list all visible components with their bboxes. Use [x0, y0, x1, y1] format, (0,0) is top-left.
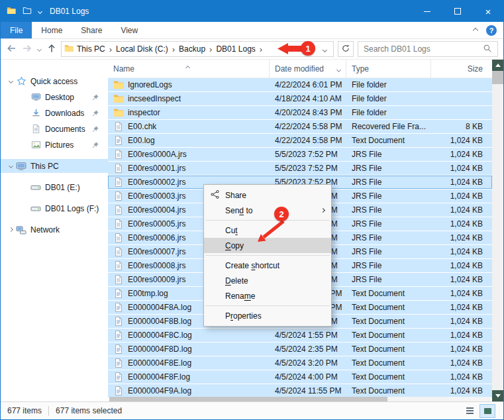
qat-folder-icon[interactable]	[23, 6, 32, 17]
address-dropdown-chevron-icon[interactable]	[323, 48, 327, 52]
forward-button[interactable]	[22, 43, 32, 56]
horizontal-scrollbar-thumb[interactable]	[109, 397, 387, 401]
breadcrumb-segment[interactable]: This PC	[74, 44, 109, 54]
file-size: 1,024 KB	[431, 164, 492, 173]
file-row[interactable]: incseedInspect4/18/2024 4:10 AMFile fold…	[108, 92, 492, 105]
file-row[interactable]: E00res0000A.jrs5/5/2023 7:52 PMJRS File1…	[108, 148, 492, 161]
address-bar: This PC›Local Disk (C:)›Backup›DB01 Logs…	[1, 39, 503, 60]
vertical-scrollbar[interactable]	[492, 60, 503, 401]
tab-file[interactable]: File	[1, 22, 32, 38]
menu-item-delete[interactable]: Delete	[204, 273, 331, 288]
tab-home[interactable]: Home	[32, 22, 72, 38]
file-row[interactable]: E0000004F8F.log4/5/2024 4:00 PMText Docu…	[108, 370, 492, 384]
file-row[interactable]: E00.chk4/22/2024 5:58 PMRecovered File F…	[108, 120, 492, 133]
file-name-cell: E00.log	[108, 135, 270, 146]
file-row[interactable]: IgnoredLogs4/22/2024 6:01 PMFile folder	[108, 78, 492, 91]
downloads-icon	[30, 108, 42, 118]
column-header-type[interactable]: Type	[346, 60, 431, 78]
sidebar-item-this-pc[interactable]: This PC	[1, 159, 108, 173]
menu-separator	[205, 305, 330, 306]
horizontal-scrollbar[interactable]	[109, 397, 491, 401]
file-row[interactable]: inspector4/20/2024 8:43 PMFile folder	[108, 106, 492, 119]
minimize-button[interactable]	[412, 1, 442, 22]
menu-item-rename[interactable]: Rename	[204, 288, 331, 303]
recent-locations-chevron-icon[interactable]	[37, 46, 42, 51]
column-header-label: Date modified	[275, 64, 324, 74]
minimize-icon	[424, 11, 430, 12]
sidebar-item-desktop[interactable]: Desktop	[1, 90, 108, 104]
maximize-button[interactable]	[442, 1, 473, 22]
menu-separator	[205, 220, 330, 221]
text-file-icon	[113, 316, 124, 327]
scroll-down-button[interactable]	[492, 390, 503, 401]
sidebar-item-label: This PC	[30, 162, 59, 171]
menu-item-label: Share	[225, 191, 246, 200]
file-row[interactable]: E0000004F8C.log4/5/2024 1:55 PMText Docu…	[108, 329, 492, 342]
sidebar-item-db01-logs-f[interactable]: DB01 Logs (F:)	[1, 201, 108, 215]
search-input[interactable]	[364, 44, 483, 54]
search-box[interactable]	[358, 41, 498, 57]
sidebar-item-network[interactable]: Network	[1, 223, 108, 236]
vertical-scrollbar-track[interactable]	[492, 71, 503, 390]
ribbon-collapse-chevron-icon[interactable]	[473, 27, 478, 32]
back-button[interactable]	[6, 43, 17, 56]
file-name: E00res00002.jrs	[128, 178, 185, 187]
file-row[interactable]: E0000004F9A.log4/5/2024 11:55 PMText Doc…	[108, 384, 492, 397]
breadcrumb-segment[interactable]: Local Disk (C:)	[113, 44, 172, 54]
file-size: 1,024 KB	[431, 233, 492, 242]
vertical-scrollbar-thumb[interactable]	[492, 71, 503, 84]
menu-item-properties[interactable]: Properties	[204, 308, 331, 323]
menu-item-send-to[interactable]: Send to	[204, 203, 331, 218]
file-date: 5/5/2023 7:52 PM	[270, 150, 346, 159]
scroll-up-icon	[495, 64, 501, 67]
tab-share[interactable]: Share	[72, 22, 111, 38]
file-type: JRS File	[346, 150, 431, 159]
file-row[interactable]: E0000004F8D.log4/5/2024 2:35 PMText Docu…	[108, 342, 492, 356]
menu-item-share[interactable]: Share	[204, 187, 331, 203]
breadcrumb-chevron-icon[interactable]: ›	[259, 44, 263, 54]
file-type: JRS File	[346, 233, 431, 242]
column-header-date-modified[interactable]: Date modified	[270, 60, 346, 78]
sidebar-item-quick-access[interactable]: Quick access	[1, 74, 108, 88]
submenu-chevron-icon	[321, 209, 325, 212]
column-header-size[interactable]: Size	[431, 60, 492, 78]
refresh-button[interactable]	[338, 41, 354, 57]
window-title: DB01 Logs	[50, 7, 89, 16]
scroll-up-button[interactable]	[492, 60, 503, 71]
scroll-down-icon	[495, 394, 501, 397]
qat-customize-chevron-icon[interactable]	[38, 9, 42, 13]
file-icon	[113, 205, 124, 215]
file-size: 1,024 KB	[431, 275, 492, 284]
file-row[interactable]: E0000004F8E.log4/5/2024 3:20 PMText Docu…	[108, 356, 492, 370]
help-icon[interactable]: ?	[486, 25, 497, 36]
text-file-icon	[113, 386, 124, 396]
column-header-label: Size	[468, 64, 483, 74]
up-button[interactable]	[46, 43, 57, 56]
menu-item-copy[interactable]: Copy	[204, 238, 331, 253]
close-button[interactable]: ×	[473, 1, 503, 22]
sidebar-item-pictures[interactable]: Pictures	[1, 138, 108, 152]
file-name: E0000004F8B.log	[128, 317, 191, 326]
menu-item-label: Delete	[225, 276, 248, 286]
sidebar-item-db01-e[interactable]: DB01 (E:)	[1, 180, 108, 194]
navigation-pane: Quick accessDesktopDownloadsDocumentsPic…	[1, 60, 108, 401]
file-row[interactable]: E00res00001.jrs5/5/2023 7:52 PMJRS File1…	[108, 162, 492, 175]
file-size: 1,024 KB	[431, 150, 492, 159]
sidebar-item-downloads[interactable]: Downloads	[1, 106, 108, 120]
address-box[interactable]: This PC›Local Disk (C:)›Backup›DB01 Logs…	[61, 41, 334, 57]
details-view-button[interactable]	[462, 404, 478, 418]
annotation-step-1: 1	[301, 41, 315, 56]
menu-item-create-shortcut[interactable]: Create shortcut	[204, 258, 331, 273]
thumbnails-view-button[interactable]	[479, 404, 495, 418]
breadcrumb-segment[interactable]: DB01 Logs	[213, 44, 258, 54]
sidebar-item-documents[interactable]: Documents	[1, 122, 108, 136]
file-type: JRS File	[346, 261, 431, 270]
breadcrumb-segment[interactable]: Backup	[176, 44, 209, 54]
tab-view[interactable]: View	[111, 22, 147, 38]
filter-chevron-icon[interactable]	[333, 64, 340, 74]
file-name-cell: inspector	[108, 107, 270, 118]
sidebar-item-label: Pictures	[45, 140, 74, 150]
menu-item-cut[interactable]: Cut	[204, 223, 331, 238]
column-header-name[interactable]: Name	[108, 60, 270, 78]
file-row[interactable]: E00.log4/22/2024 5:58 PMText Document1,0…	[108, 134, 492, 147]
